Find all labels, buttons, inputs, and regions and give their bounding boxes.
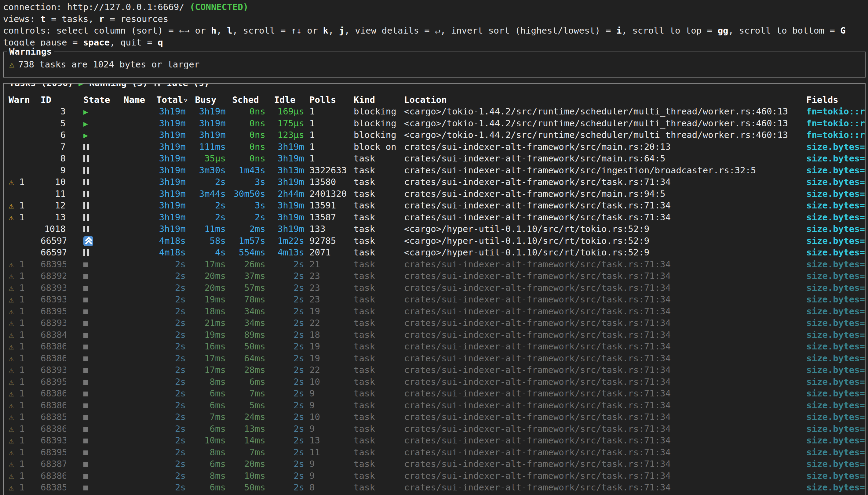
task-name (124, 200, 156, 211)
task-row[interactable]: ⚠ 168385022s6ms50ms2s8taskcrates/sui-ind… (9, 482, 865, 494)
task-idle: 2s (265, 364, 304, 376)
task-state (66, 470, 124, 482)
task-row[interactable]: ⚠ 1103h19m2s3s3h19m13580taskcrates/sui-i… (9, 176, 865, 188)
task-state (66, 388, 124, 399)
task-kind: task (349, 211, 399, 223)
task-polls: 92785 (304, 235, 349, 247)
duration-value: 24ms (244, 412, 265, 422)
text-segment: space (83, 37, 110, 48)
text-segment: Tasks (2056) (9, 83, 79, 88)
task-row[interactable]: 6▶3h19m3h19m0ns123µs1blocking<cargo>/tok… (9, 129, 865, 141)
task-location: crates/sui-indexer-alt-framework/src/tas… (399, 258, 801, 270)
column-header-state[interactable]: State (66, 94, 124, 106)
duration-value: 2s (294, 412, 304, 422)
task-idle: 2s (265, 434, 304, 446)
task-warn: ⚠ 1 (9, 376, 40, 388)
column-header-id[interactable]: ID (40, 94, 66, 106)
task-row[interactable]: ⚠ 168385542s7ms24ms2s10taskcrates/sui-in… (9, 411, 865, 423)
task-row[interactable]: 10183h19m11ms2ms3h19m133task<cargo>/hype… (9, 223, 865, 235)
duration-value: 2s (294, 400, 304, 410)
task-row[interactable]: ⚠ 1133h19m2s2s3h19m13587taskcrates/sui-i… (9, 211, 865, 223)
text-segment: , (216, 25, 227, 36)
task-row[interactable]: ⚠ 168395082s18ms34ms2s19taskcrates/sui-i… (9, 306, 865, 318)
duration-value: 3m44s (199, 189, 226, 199)
task-kind: task (349, 246, 399, 258)
task-row[interactable]: ⚠ 168393292s19ms78ms2s23taskcrates/sui-i… (9, 294, 865, 306)
task-row[interactable]: ⚠ 168386592s17ms64ms2s19taskcrates/sui-i… (9, 353, 865, 364)
duration-value: 2s (294, 435, 304, 446)
column-header-idle[interactable]: Idle (265, 94, 304, 106)
task-row[interactable]: 93h19m3m30s1m43s3h13m3322633taskcrates/s… (9, 165, 865, 176)
task-row[interactable]: ⚠ 168393332s20ms57ms2s23taskcrates/sui-i… (9, 282, 865, 294)
task-name (124, 176, 156, 188)
text-segment: j (339, 25, 344, 36)
task-idle: 2s (265, 388, 304, 399)
terminal-screen: connection: http://127.0.0.1:6669/ (CONN… (0, 0, 868, 495)
task-idle: 2s (265, 411, 304, 423)
column-header-fields[interactable]: Fields (801, 94, 865, 106)
task-row[interactable]: ⚠ 168395092s8ms7ms2s11taskcrates/sui-ind… (9, 446, 865, 458)
task-fields: size.bytes= (801, 376, 865, 388)
task-row[interactable]: 66597524m18s58s1m57s1m22s92785task<cargo… (9, 235, 865, 247)
column-header-total[interactable]: Total▿ (156, 94, 186, 106)
task-row[interactable]: 113h19m3m44s30m50s2h44m2401320taskcrates… (9, 188, 865, 200)
stopped-state-icon (83, 485, 88, 491)
column-header-kind[interactable]: Kind (349, 94, 399, 106)
task-busy: 6ms (186, 458, 226, 470)
task-row[interactable]: 3▶3h19m3h19m0ns169µs1blocking<cargo>/tok… (9, 106, 865, 118)
task-polls: 13591 (304, 200, 349, 211)
task-polls: 22 (304, 317, 349, 329)
task-row[interactable]: ⚠ 168395212s8ms6ms2s10taskcrates/sui-ind… (9, 376, 865, 388)
task-kind: blocking (349, 129, 399, 141)
task-kind: task (349, 153, 399, 165)
task-fields: size.bytes= (801, 200, 865, 211)
task-busy: 20ms (186, 270, 226, 282)
column-header-polls[interactable]: Polls (304, 94, 349, 106)
task-row[interactable]: ⚠ 168395262s17ms26ms2s21taskcrates/sui-i… (9, 258, 865, 270)
task-row[interactable]: 5▶3h19m3h19m0ns175µs1blocking<cargo>/tok… (9, 118, 865, 130)
task-fields-text: size.bytes= (806, 165, 865, 175)
stopped-state-icon (83, 321, 88, 326)
column-header-name[interactable]: Name (124, 94, 156, 106)
stopped-state-icon (83, 392, 88, 396)
task-kind: block_on (349, 141, 399, 153)
task-row[interactable]: 66597534m18s4s554ms4m13s2071task<cargo>/… (9, 246, 865, 258)
task-row[interactable]: ⚠ 168386612s16ms50ms2s19taskcrates/sui-i… (9, 341, 865, 353)
task-name (124, 423, 156, 435)
column-header-location[interactable]: Location (399, 94, 801, 106)
column-header-warn[interactable]: Warn (9, 94, 40, 106)
task-name (124, 482, 156, 494)
task-row[interactable]: ⚠ 168387142s6ms20ms2s9taskcrates/sui-ind… (9, 458, 865, 470)
task-row[interactable]: ⚠ 168386262s6ms5ms2s9taskcrates/sui-inde… (9, 399, 865, 411)
task-row[interactable]: ⚠ 168386842s6ms7ms2s9taskcrates/sui-inde… (9, 388, 865, 399)
task-row[interactable]: 73h19m111ms0ns3h19m1block_oncrates/sui-i… (9, 141, 865, 153)
task-state (66, 317, 124, 329)
column-header-busy[interactable]: Busy (186, 94, 226, 106)
task-row[interactable]: ⚠ 1123h19m2s3s3h19m13591taskcrates/sui-i… (9, 200, 865, 211)
task-total: 3h19m (156, 118, 186, 130)
task-location: crates/sui-indexer-alt-framework/src/tas… (399, 306, 801, 318)
task-fields: size.bytes= (801, 482, 865, 494)
idle-state-icon (83, 144, 89, 150)
running-state-icon: ▶ (83, 119, 88, 128)
task-location: crates/sui-indexer-alt-framework/src/tas… (399, 388, 801, 399)
task-row[interactable]: ⚠ 168386642s6ms13ms2s9taskcrates/sui-ind… (9, 423, 865, 435)
task-row[interactable]: ⚠ 168386742s8ms10ms2s9taskcrates/sui-ind… (9, 470, 865, 482)
task-row[interactable]: 83h19m35µs0ns3h19m1taskcrates/sui-indexe… (9, 153, 865, 165)
task-row[interactable]: ⚠ 168384282s19ms89ms2s18taskcrates/sui-i… (9, 329, 865, 341)
task-row[interactable]: ⚠ 168393112s10ms14ms2s13taskcrates/sui-i… (9, 434, 865, 446)
duration-value: 4m18s (159, 247, 186, 258)
task-location: crates/sui-indexer-alt-framework/src/tas… (399, 364, 801, 376)
task-warn: ⚠ 1 (9, 176, 40, 188)
task-location: crates/sui-indexer-alt-framework/src/ing… (399, 165, 801, 176)
duration-value: 3h19m (278, 224, 304, 234)
task-busy: 8ms (186, 470, 226, 482)
duration-value: 3h13m (278, 165, 304, 175)
duration-value: 3h19m (278, 200, 304, 210)
task-row[interactable]: ⚠ 168393442s17ms28ms2s22taskcrates/sui-i… (9, 364, 865, 376)
task-total: 2s (156, 258, 186, 270)
column-header-sched[interactable]: Sched (226, 94, 265, 106)
task-state (66, 141, 124, 153)
task-row[interactable]: ⚠ 168393012s21ms34ms2s22taskcrates/sui-i… (9, 317, 865, 329)
task-row[interactable]: ⚠ 168392902s20ms37ms2s23taskcrates/sui-i… (9, 270, 865, 282)
